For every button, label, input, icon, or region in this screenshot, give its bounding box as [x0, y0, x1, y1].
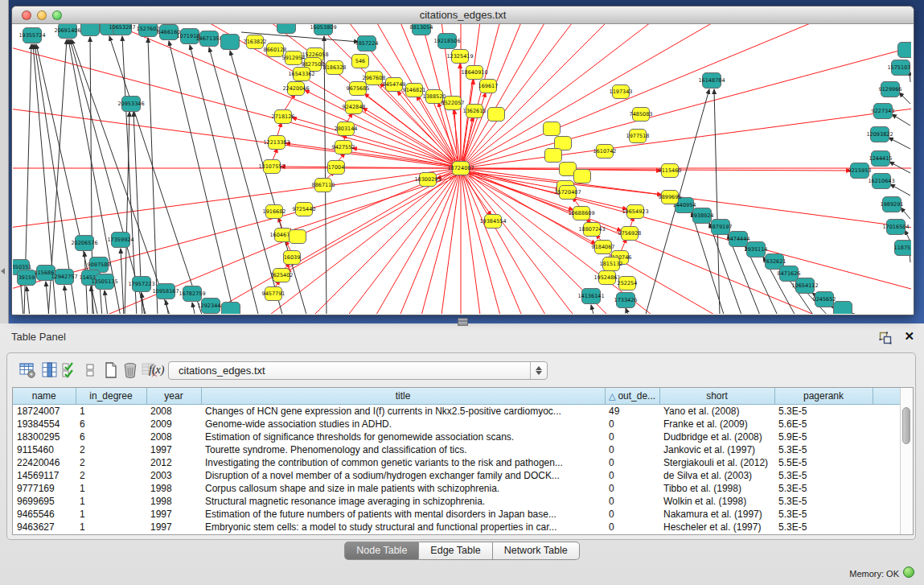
tab-node-table[interactable]: Node Table [344, 542, 419, 560]
network-node[interactable]: 9245652 [813, 292, 836, 307]
column-header-pagerank[interactable]: pagerank [774, 388, 873, 404]
network-node[interactable]: 20206576 [71, 236, 97, 251]
table-cell[interactable]: 5.6E-5 [774, 418, 873, 431]
table-cell[interactable]: 0 [605, 482, 659, 495]
table-cell[interactable]: 2 [76, 469, 146, 482]
network-node[interactable]: 8186328 [323, 61, 347, 75]
network-node[interactable]: 18807243 [578, 223, 605, 237]
column-header-in_degree[interactable]: in_degree [76, 388, 146, 404]
network-node[interactable] [555, 137, 572, 150]
table-cell[interactable]: Wolkin et al. (1998) [659, 495, 774, 508]
network-node[interactable] [834, 302, 852, 315]
network-node[interactable]: 14671358 [195, 31, 222, 47]
network-node[interactable] [488, 108, 505, 122]
table-row[interactable]: 977716911998Corpus callosum shape and si… [13, 482, 901, 495]
table-cell[interactable]: 1998 [146, 482, 201, 495]
column-header-short[interactable]: short [659, 388, 774, 404]
table-cell[interactable]: 18724007 [13, 404, 76, 418]
table-cell[interactable]: Estimation of the future numbers of pati… [201, 508, 605, 521]
table-cell[interactable]: 9465546 [13, 508, 76, 521]
network-node[interactable]: 9457791 [262, 287, 285, 301]
table-cell[interactable]: 6 [76, 431, 146, 443]
table-cell[interactable]: 2 [76, 443, 146, 456]
sidebar-collapse-handle[interactable] [0, 0, 9, 323]
table-cell[interactable] [873, 521, 901, 534]
network-node[interactable] [545, 149, 562, 163]
table-row[interactable]: 1938455462009Genome-wide association stu… [13, 418, 901, 431]
network-node[interactable] [290, 230, 306, 244]
table-cell[interactable]: Nakamura et al. (1997) [659, 508, 774, 521]
table-cell[interactable]: Stergiakouli et al. (2012) [659, 456, 774, 469]
float-panel-button[interactable] [879, 332, 892, 344]
network-node[interactable]: 17004 [328, 161, 345, 175]
network-node[interactable]: 17016504 [882, 220, 909, 235]
table-cell[interactable]: Investigating the contribution of common… [201, 456, 605, 469]
column-header-out_de...[interactable]: △out_de... [605, 388, 659, 404]
network-node[interactable]: 1610742 [593, 145, 617, 159]
table-cell[interactable]: 5.5E-5 [774, 456, 873, 469]
table-cell[interactable]: 0 [605, 443, 659, 456]
table-cell[interactable] [873, 456, 901, 469]
table-cell[interactable] [873, 404, 901, 418]
network-node[interactable]: 118753 [894, 241, 911, 256]
table-cell[interactable]: 9699695 [13, 495, 76, 508]
table-cell[interactable]: Structural magnetic resonance image aver… [201, 495, 605, 508]
network-node[interactable]: 1916682 [263, 205, 286, 219]
network-node[interactable]: 12923446 [197, 299, 224, 314]
column-header-title[interactable]: title [201, 388, 605, 404]
network-node[interactable]: 8522057 [441, 97, 465, 110]
tab-edge-table[interactable]: Edge Table [419, 542, 492, 560]
network-canvas[interactable]: 1935572420691406106532871527602646616010… [13, 24, 911, 314]
network-node[interactable]: 16210643 [868, 174, 894, 189]
close-panel-button[interactable]: ✕ [904, 330, 914, 343]
network-node[interactable]: 10958167 [152, 284, 179, 299]
network-node[interactable]: 9756928 [618, 227, 642, 241]
table-cell[interactable]: 0 [605, 469, 659, 482]
table-cell[interactable]: Jankovic et al. (1997) [659, 443, 774, 456]
network-node[interactable]: 9242848 [343, 101, 366, 114]
network-node[interactable]: 6879197 [709, 220, 733, 235]
table-cell[interactable]: Embryonic stem cells: a model to study s… [201, 521, 605, 534]
table-cell[interactable]: 1 [76, 521, 146, 534]
table-cell[interactable]: 1 [76, 495, 146, 508]
table-row[interactable]: 1872400712008Changes of HCN gene express… [13, 404, 901, 418]
table-cell[interactable]: 14569117 [13, 469, 76, 482]
table-row[interactable]: 946362711997Embryonic stem cells: a mode… [13, 521, 901, 534]
network-node[interactable]: 12213383 [263, 136, 290, 150]
table-cell[interactable]: 18300295 [13, 431, 76, 443]
function-builder-button[interactable]: f(x) [149, 364, 166, 381]
network-node[interactable]: 13505135 [91, 274, 117, 290]
column-header-year[interactable]: year [146, 388, 201, 404]
table-cell[interactable]: de Silva et al. (2003) [659, 469, 774, 482]
network-node[interactable]: 16148784 [698, 73, 725, 89]
delete-button[interactable] [121, 361, 139, 379]
network-node[interactable]: 9115460 [659, 164, 682, 178]
table-cell[interactable]: 2 [76, 456, 146, 469]
table-row[interactable]: 1456911722003Disruption of a novel membe… [13, 469, 901, 482]
table-cell[interactable]: Tibbo et al. (1998) [659, 482, 774, 495]
network-node[interactable]: 18640910 [461, 66, 487, 80]
table-cell[interactable]: Genome-wide association studies in ADHD. [201, 418, 605, 431]
network-node[interactable] [544, 122, 561, 136]
network-node[interactable]: 12942757 [51, 270, 77, 285]
network-node[interactable]: 20691406 [54, 24, 80, 39]
scrollbar-thumb[interactable] [902, 407, 910, 444]
network-node[interactable]: 1977518 [626, 130, 650, 143]
row-cells-button[interactable] [81, 361, 99, 379]
table-cell[interactable] [873, 443, 901, 456]
table-cell[interactable]: 0 [605, 508, 659, 521]
table-cell[interactable]: Franke et al. (2009) [659, 418, 774, 431]
network-node[interactable]: 2803144 [335, 122, 358, 136]
network-node[interactable]: 2935114 [745, 242, 768, 257]
table-cell[interactable]: 0 [605, 495, 659, 508]
column-checklist-button[interactable] [60, 361, 78, 379]
table-cell[interactable]: 2008 [146, 404, 201, 418]
table-row[interactable]: 946554611997Estimation of the future num… [13, 508, 901, 521]
network-node[interactable]: 9215953 [848, 163, 872, 179]
network-node[interactable]: 1362615 [463, 105, 487, 118]
network-node[interactable]: 9427552 [332, 141, 355, 154]
network-node[interactable]: 19355724 [18, 28, 45, 43]
network-node[interactable]: 9129966 [879, 82, 902, 97]
table-scrollbar[interactable] [900, 388, 913, 534]
window-title-bar[interactable]: citations_edges.txt [12, 6, 914, 24]
